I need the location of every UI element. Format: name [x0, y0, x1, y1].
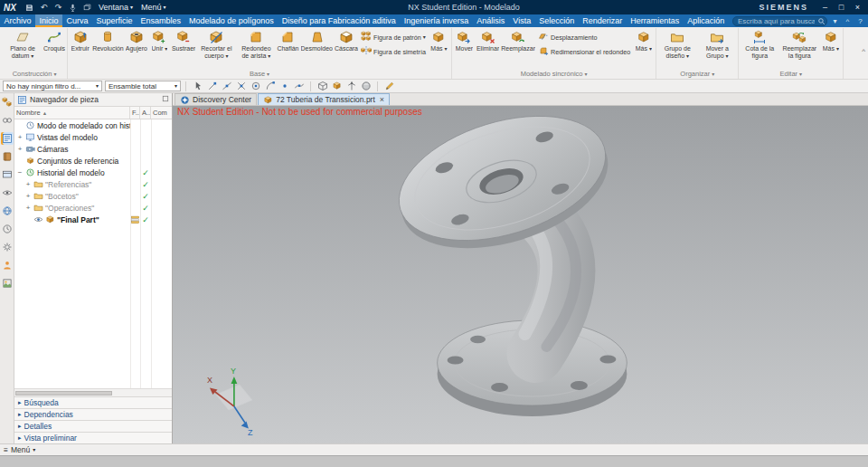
ribbon-button-agujero[interactable]: Agujero [125, 28, 148, 62]
selection-scope-dropdown[interactable]: Ensamble total▾ [105, 81, 181, 91]
snap-intersection-icon[interactable] [234, 81, 248, 92]
snap-endpoint-icon[interactable] [205, 81, 219, 92]
expand-toggle[interactable]: + [24, 192, 32, 200]
visualization-icon[interactable] [1, 186, 14, 199]
ribbon-button-cota-de-la-figura[interactable]: Cota de la figura [740, 28, 779, 62]
snap-point-icon[interactable] [278, 81, 291, 92]
titlebar-menu[interactable]: Menú▾ [138, 3, 169, 12]
ribbon-tab-aplicacion[interactable]: Aplicación [684, 14, 729, 27]
help-icon[interactable]: ? [855, 17, 865, 25]
ribbon-button-extruir[interactable]: Extruir [69, 28, 91, 62]
redo-icon[interactable]: ↷ [52, 2, 64, 13]
ribbon-button-mas[interactable]: Más ▾ [428, 28, 450, 62]
doc-tab-discovery-center[interactable]: Discovery Center [175, 93, 257, 105]
save-icon[interactable] [24, 2, 35, 13]
search-icon[interactable] [817, 16, 826, 26]
expand-toggle[interactable]: + [24, 204, 32, 212]
snap-on-curve-icon[interactable] [292, 81, 306, 92]
ribbon-tab-diseno-para-fabricacion-aditiva[interactable]: Diseño para Fabricación aditiva [278, 14, 400, 27]
ribbon-button-cascara[interactable]: Cáscara [334, 28, 359, 62]
history-icon[interactable] [1, 223, 14, 235]
ribbon-collapse-icon[interactable]: ^ [862, 47, 865, 55]
tree-item[interactable]: Modo de modelado con histo... [14, 119, 172, 131]
close-tab-icon[interactable]: × [380, 95, 384, 104]
ribbon-tab-superficie[interactable]: Superficie [92, 14, 137, 27]
tree-item[interactable]: "Final Part"✓ [14, 214, 172, 225]
maximize-button[interactable]: □ [835, 3, 848, 12]
doc-tab-72-tuberia-de-transsicion-prt[interactable]: 72 Tuberia de Transsicion.prt× [258, 93, 390, 105]
view-manager-icon[interactable] [1, 168, 14, 181]
ribbon-button-figura-de-patron[interactable]: Figura de patrón▾ [361, 31, 426, 43]
ribbon-button-mover-a-grupo[interactable]: Mover a Grupo ▾ [697, 28, 737, 62]
graphics-window[interactable]: Y X Z [173, 106, 868, 443]
minimize-button[interactable]: – [818, 3, 832, 12]
ribbon-button-grupo-de-diseno[interactable]: Grupo de diseño ▾ [657, 28, 697, 62]
ribbon-button-reemplazar-la-figura[interactable]: Reemplazar la figura [779, 28, 819, 62]
ribbon-button-reemplazar[interactable]: Reemplazar [500, 28, 536, 62]
ribbon-button-desplazamiento[interactable]: Desplazamiento [538, 31, 630, 43]
ribbon-tab-herramientas[interactable]: Herramientas [627, 14, 684, 27]
ribbon-tab-ingenieria-inversa[interactable]: Ingeniería inversa [400, 14, 473, 27]
microphone-icon[interactable] [67, 2, 79, 13]
tree-item[interactable]: +"Referencias"✓ [14, 178, 172, 190]
snap-center-icon[interactable] [249, 81, 262, 92]
status-menu-label[interactable]: Menú [11, 445, 30, 454]
ribbon-group-label-construccion[interactable]: Construcción ▾ [3, 69, 66, 79]
navigator-section-busqueda[interactable]: ▸Búsqueda [14, 396, 172, 408]
ribbon-tab-analisis[interactable]: Análisis [473, 14, 509, 27]
snap-quadrant-icon[interactable] [263, 81, 277, 92]
selection-filter-dropdown[interactable]: No hay ningún filtro d...▾ [3, 81, 102, 91]
scrollbar-thumb[interactable] [15, 391, 112, 396]
window-cascade-icon[interactable] [81, 2, 93, 13]
ribbon-button-revolucion[interactable]: Revolución [91, 28, 125, 62]
ribbon-tab-modelado-de-poligonos[interactable]: Modelado de polígonos [185, 14, 278, 27]
system-scenes-icon[interactable] [1, 277, 14, 290]
ribbon-button-desmoldeo[interactable]: Desmoldeo [300, 28, 334, 62]
assembly-navigator-icon[interactable] [1, 96, 14, 109]
ribbon-group-label-editar[interactable]: Editar ▾ [740, 69, 842, 79]
select-touch-icon[interactable] [191, 81, 204, 92]
web-browser-icon[interactable] [1, 205, 14, 217]
minimize-ribbon-icon[interactable]: ^ [843, 17, 853, 25]
ribbon-button-mas[interactable]: Más ▾ [632, 28, 655, 62]
tree-item[interactable]: +Cámaras [14, 143, 172, 155]
navigator-h-scrollbar[interactable] [14, 388, 172, 396]
render-style-icon[interactable] [359, 81, 373, 92]
column-header-com[interactable]: Com [151, 107, 172, 119]
view-orientation-icon[interactable] [344, 81, 358, 92]
ribbon-button-unir[interactable]: Unir ▾ [148, 28, 171, 62]
tree-item[interactable]: +Vistas del modelo [14, 131, 172, 143]
ribbon-button-redondeo-de-arista[interactable]: Redondeo de arista ▾ [236, 28, 276, 62]
undo-icon[interactable]: ↶ [38, 2, 50, 13]
ribbon-button-chaflan[interactable]: Chaflán [276, 28, 299, 62]
column-header-f[interactable]: F... [130, 107, 140, 119]
ribbon-tab-archivo[interactable]: Archivo [0, 14, 35, 27]
tree-item[interactable]: +"Bocetos"✓ [14, 190, 172, 202]
ribbon-button-plano-de-datum[interactable]: Plano de datum ▾ [3, 28, 42, 62]
panel-options-icon[interactable] [162, 95, 169, 104]
navigator-section-vista-preliminar[interactable]: ▸Vista preliminar [14, 432, 172, 443]
expand-toggle[interactable]: + [24, 180, 32, 188]
edit-section-icon[interactable] [382, 81, 396, 92]
ribbon-tab-renderizar[interactable]: Renderizar [579, 14, 627, 27]
ribbon-tab-curva[interactable]: Curva [62, 14, 92, 27]
expand-toggle[interactable]: + [16, 133, 24, 141]
expand-toggle[interactable]: − [16, 168, 24, 176]
tree-item[interactable]: +"Operaciones"✓ [14, 202, 172, 214]
ribbon-tab-inicio[interactable]: Inicio [35, 14, 62, 27]
menu-grid-icon[interactable]: ≡ [4, 445, 8, 454]
reuse-library-icon[interactable] [1, 150, 14, 163]
ribbon-button-eliminar[interactable]: Eliminar [476, 28, 500, 62]
ribbon-button-figura-de-simetria[interactable]: Figura de simetría [361, 45, 426, 58]
wireframe-display-icon[interactable] [316, 81, 329, 92]
ribbon-button-redimensionar-el-redondeo[interactable]: Redimensionar el redondeo [538, 45, 630, 58]
ribbon-group-label-modelado-sincronico[interactable]: Modelado sincrónico ▾ [453, 69, 655, 79]
column-header-nombre[interactable]: Nombre▲ [14, 107, 130, 119]
tree-item[interactable]: Conjuntos de referencia [14, 155, 172, 167]
ribbon-button-croquis[interactable]: Croquis [42, 28, 66, 62]
ribbon-tab-seleccion[interactable]: Selección [535, 14, 579, 27]
process-studio-icon[interactable] [1, 241, 14, 253]
ribbon-button-sustraer[interactable]: Sustraer [171, 28, 196, 62]
ribbon-tab-vista[interactable]: Vista [509, 14, 535, 27]
expand-toggle[interactable]: + [16, 145, 24, 153]
